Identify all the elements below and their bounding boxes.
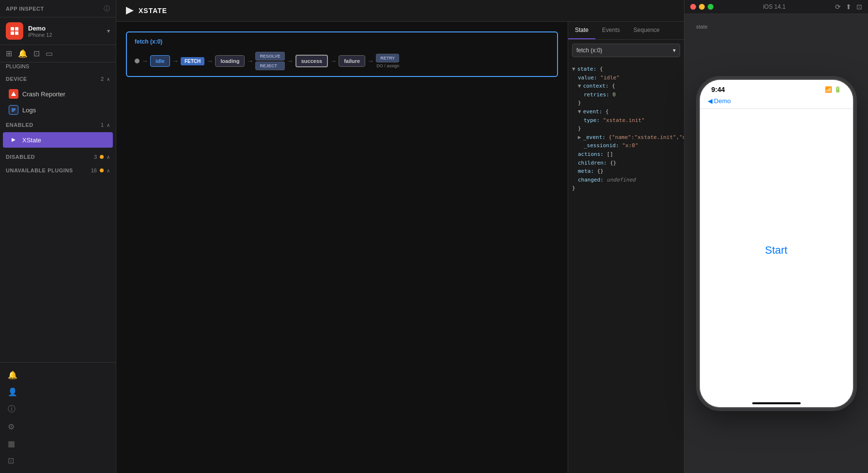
tree-toggle-5[interactable]: ▼ bbox=[578, 107, 581, 116]
fetch-label: fetch (x:0) bbox=[135, 38, 549, 45]
tree-toggle-2[interactable]: ▼ bbox=[578, 82, 581, 91]
svg-rect-3 bbox=[15, 31, 18, 35]
tab-events[interactable]: Events bbox=[595, 22, 627, 39]
plugins-label: PLUGINS bbox=[0, 62, 116, 72]
success-node[interactable]: success bbox=[295, 55, 328, 67]
phone-content: Start bbox=[700, 109, 853, 392]
bottom-settings-icon[interactable]: ⚙ bbox=[0, 418, 116, 435]
phone-nav-bar: ◀ Demo bbox=[700, 95, 853, 109]
tree-toggle-8[interactable]: ▶ bbox=[578, 133, 581, 142]
disabled-orange-dot bbox=[100, 155, 104, 159]
bottom-user-icon[interactable]: 👤 bbox=[0, 383, 116, 400]
success-label: success bbox=[301, 58, 322, 64]
disabled-section-header[interactable]: Disabled 3 ∧ bbox=[0, 150, 116, 164]
phone-frame: 9:44 📶 🔋 ◀ Demo Start bbox=[699, 79, 854, 408]
app-device: iPhone 12 bbox=[28, 32, 107, 38]
disabled-section-label: Disabled bbox=[6, 154, 35, 160]
sidebar: APP INSPECT ⓘ Demo iPhone 12 ▾ ⊞ 🔔 ⊡ ▭ P… bbox=[0, 0, 116, 473]
fetch-event-btn[interactable]: FETCH bbox=[181, 57, 204, 65]
traffic-lights bbox=[690, 4, 713, 10]
loading-node[interactable]: loading bbox=[215, 55, 245, 67]
device-section-label: Device bbox=[6, 76, 27, 82]
simulator-titlebar: iOS 14.1 ⟳ ⬆ ⊡ bbox=[684, 0, 868, 14]
arrow-1: → bbox=[141, 57, 148, 65]
info-icon[interactable]: ⓘ bbox=[104, 4, 110, 13]
grid-icon[interactable]: ⊞ bbox=[6, 49, 12, 58]
unavailable-section-header[interactable]: Unavailable plugins 16 ∧ bbox=[0, 164, 116, 177]
state-select[interactable]: fetch (x:0) ▾ bbox=[572, 44, 680, 57]
right-tabs: State Events Sequence bbox=[568, 22, 684, 40]
arrow-6: → bbox=[330, 57, 337, 65]
minimize-button[interactable] bbox=[699, 4, 705, 10]
device-section: Device 2 ∧ Crash Reporter Logs bbox=[0, 72, 116, 118]
arrow-3: → bbox=[206, 57, 213, 65]
svg-rect-6 bbox=[12, 111, 14, 112]
bottom-screen-icon[interactable]: ⊡ bbox=[0, 452, 116, 469]
sim-share-icon[interactable]: ⬆ bbox=[846, 3, 852, 11]
crash-reporter-icon bbox=[9, 89, 18, 99]
home-bar-line bbox=[752, 402, 801, 404]
unavailable-count: 16 bbox=[91, 168, 97, 173]
idle-node[interactable]: idle bbox=[150, 55, 170, 67]
start-button[interactable]: Start bbox=[765, 244, 787, 257]
tree-row-2: ▼ context: { bbox=[572, 82, 680, 91]
unavailable-section-label: Unavailable plugins bbox=[6, 168, 73, 173]
bell-icon[interactable]: 🔔 bbox=[18, 49, 28, 58]
idle-label: idle bbox=[155, 58, 165, 64]
start-dot bbox=[135, 59, 140, 63]
enabled-chevron-icon: ∧ bbox=[107, 122, 110, 128]
disabled-section: Disabled 3 ∧ bbox=[0, 150, 116, 164]
tab-state[interactable]: State bbox=[568, 22, 595, 39]
battery-icon: 🔋 bbox=[834, 86, 841, 93]
crash-reporter-item[interactable]: Crash Reporter bbox=[3, 86, 113, 102]
simulator-panel: iOS 14.1 ⟳ ⬆ ⊡ state 9:44 📶 🔋 ◀ Demo bbox=[684, 0, 868, 473]
phone-back-button[interactable]: ◀ Demo bbox=[708, 97, 731, 105]
xstate-icon bbox=[9, 135, 18, 145]
enabled-section: Enabled 1 ∧ XState bbox=[0, 118, 116, 148]
sidebar-bottom: 🔔 👤 ⓘ ⚙ ▦ ⊡ bbox=[0, 362, 116, 473]
tree-row-5: ▼ event: { bbox=[572, 107, 680, 116]
tree-toggle-0[interactable]: ▼ bbox=[572, 65, 575, 74]
resolve-event-btn[interactable]: RESOLVE bbox=[255, 52, 284, 61]
xstate-item[interactable]: XState bbox=[3, 132, 113, 148]
svg-marker-7 bbox=[12, 138, 16, 142]
xstate-panel: XSTATE fetch (x:0) → idle → bbox=[116, 0, 684, 473]
maximize-button[interactable] bbox=[708, 4, 713, 10]
svg-rect-1 bbox=[15, 27, 18, 31]
arrow-7: → bbox=[367, 57, 374, 65]
app-title: APP INSPECT bbox=[6, 6, 44, 12]
reject-event-btn[interactable]: REJECT bbox=[255, 61, 284, 70]
camera-icon[interactable]: ⊡ bbox=[33, 49, 40, 58]
sim-rotate-icon[interactable]: ⟳ bbox=[835, 3, 841, 11]
phone-time: 9:44 bbox=[712, 86, 725, 93]
tab-sequence[interactable]: Sequence bbox=[627, 22, 666, 39]
logs-item[interactable]: Logs bbox=[3, 102, 113, 118]
logs-label: Logs bbox=[22, 107, 107, 114]
main-content: XSTATE fetch (x:0) → idle → bbox=[116, 0, 684, 473]
close-button[interactable] bbox=[690, 4, 696, 10]
bottom-info-icon[interactable]: ⓘ bbox=[0, 400, 116, 418]
screen-icon[interactable]: ▭ bbox=[46, 49, 53, 58]
bottom-grid-icon[interactable]: ▦ bbox=[0, 435, 116, 452]
app-selector[interactable]: Demo iPhone 12 ▾ bbox=[0, 17, 116, 45]
arrow-4: → bbox=[247, 57, 253, 65]
tree-row-13: changed: undefined bbox=[572, 176, 680, 184]
tree-row-9: _sessionid: "x:0" bbox=[572, 141, 680, 150]
failure-node[interactable]: failure bbox=[339, 55, 365, 67]
disabled-section-count: 3 ∧ bbox=[94, 154, 110, 160]
retry-event-btn[interactable]: RETRY bbox=[376, 54, 399, 62]
bottom-bell-icon[interactable]: 🔔 bbox=[0, 366, 116, 383]
app-name: Demo bbox=[28, 25, 107, 32]
device-section-header[interactable]: Device 2 ∧ bbox=[0, 72, 116, 86]
phone-home-bar bbox=[700, 392, 853, 407]
state-diagram[interactable]: fetch (x:0) → idle → FETCH → bbox=[116, 22, 568, 473]
enabled-section-header[interactable]: Enabled 1 ∧ bbox=[0, 118, 116, 132]
app-chevron-icon[interactable]: ▾ bbox=[107, 28, 110, 34]
crash-reporter-label: Crash Reporter bbox=[22, 91, 107, 98]
xstate-body: fetch (x:0) → idle → FETCH → bbox=[116, 22, 684, 473]
xstate-logo-text: XSTATE bbox=[139, 7, 167, 15]
state-tree: ▼ state: { value: "idle" ▼ context: { bbox=[568, 61, 684, 473]
sim-fit-icon[interactable]: ⊡ bbox=[856, 3, 862, 11]
unavailable-section-count: 16 ∧ bbox=[91, 168, 110, 173]
wifi-icon: 📶 bbox=[825, 86, 832, 93]
